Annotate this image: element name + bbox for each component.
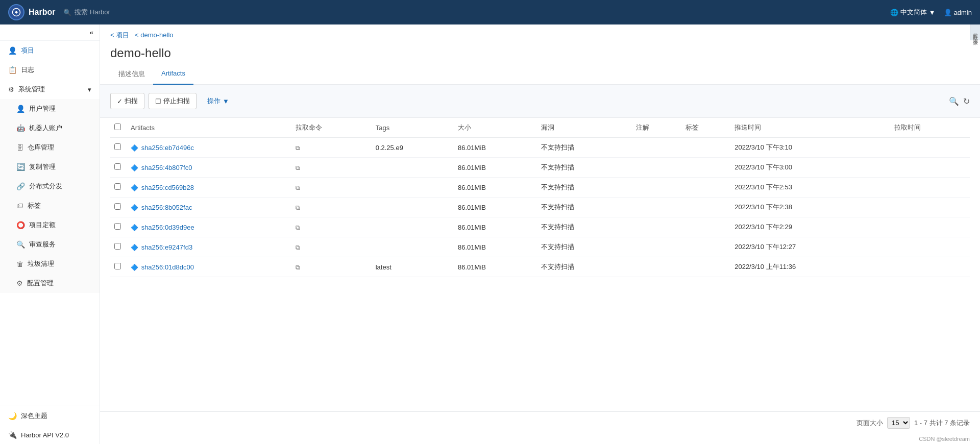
row-checkbox-cell[interactable] — [110, 237, 127, 257]
pull-cmd-cell[interactable]: ⧉ — [291, 178, 371, 198]
artifact-link[interactable]: sha256:8b052fac — [141, 204, 192, 211]
action-label: 操作 — [207, 96, 220, 106]
sidebar-tags-label: 标签 — [28, 201, 41, 210]
action-button[interactable]: 操作 ▼ — [201, 93, 236, 109]
api-version-label: Harbor API V2.0 — [21, 431, 69, 439]
row-checkbox[interactable] — [114, 243, 121, 250]
search-icon[interactable]: 🔍 — [949, 96, 959, 106]
sidebar-quota-label: 项目定额 — [29, 220, 56, 230]
row-checkbox-cell[interactable] — [110, 178, 127, 198]
artifact-link[interactable]: sha256:cd569b28 — [141, 184, 194, 191]
row-checkbox[interactable] — [114, 263, 121, 269]
sidebar-bottom: 🌙 深色主题 🔌 Harbor API V2.0 — [0, 406, 100, 444]
user-menu[interactable]: 👤 admin — [944, 9, 972, 16]
sidebar-item-distribution[interactable]: 🔗 分布式分发 — [0, 177, 100, 196]
th-select-all[interactable] — [110, 118, 127, 138]
artifact-link[interactable]: sha256:4b807fc0 — [141, 164, 192, 171]
sidebar: « 👤 项目 📋 日志 ⚙ 系统管理 ▾ 👤 用户管理 🤖 机器人账户 — [0, 24, 100, 444]
row-checkbox[interactable] — [114, 143, 121, 150]
row-checkbox[interactable] — [114, 223, 121, 230]
tab-description[interactable]: 描述信息 — [110, 64, 153, 85]
copy-icon[interactable]: ⧉ — [296, 164, 300, 171]
gc-icon: 🗑 — [16, 260, 23, 268]
labels-cell — [681, 198, 731, 217]
right-panel[interactable]: 拉 取 镜 像 — [970, 24, 980, 40]
username-label: admin — [954, 9, 972, 16]
search-bar[interactable]: 🔍 搜索 Harbor — [63, 8, 881, 17]
row-checkbox-cell[interactable] — [110, 158, 127, 178]
copy-icon[interactable]: ⧉ — [296, 244, 300, 251]
pull-cmd-cell[interactable]: ⧉ — [291, 237, 371, 257]
annotations-cell — [632, 237, 681, 257]
push-time-cell: 2022/3/10 下午3:00 — [730, 158, 890, 178]
pull-cmd-cell[interactable]: ⧉ — [291, 158, 371, 178]
page-size-select[interactable]: 15 25 50 — [887, 417, 910, 429]
size-cell: 86.01MiB — [454, 138, 537, 158]
tab-artifacts[interactable]: Artifacts — [153, 64, 193, 85]
pull-time-cell — [890, 198, 970, 217]
pull-cmd-cell[interactable]: ⧉ — [291, 257, 371, 277]
copy-icon[interactable]: ⧉ — [296, 184, 300, 191]
sidebar-item-repo-mgmt[interactable]: 🗄 仓库管理 — [0, 138, 100, 157]
sidebar-item-project-quota[interactable]: ⭕ 项目定额 — [0, 215, 100, 235]
sidebar-system-submenu: 👤 用户管理 🤖 机器人账户 🗄 仓库管理 🔄 复制管理 🔗 分布式分发 🏷 — [0, 99, 100, 293]
copy-icon[interactable]: ⧉ — [296, 224, 300, 231]
sidebar-api-version[interactable]: 🔌 Harbor API V2.0 — [0, 426, 100, 444]
size-cell: 86.01MiB — [454, 178, 537, 198]
stop-scan-button[interactable]: ☐ 停止扫描 — [149, 93, 197, 109]
sidebar-item-user-mgmt[interactable]: 👤 用户管理 — [0, 99, 100, 118]
artifact-link[interactable]: sha256:eb7d496c — [141, 144, 194, 152]
refresh-icon[interactable]: ↻ — [963, 96, 970, 106]
stop-scan-label: 停止扫描 — [163, 96, 190, 106]
sidebar-item-logs[interactable]: 📋 日志 — [0, 60, 100, 80]
copy-icon[interactable]: ⧉ — [296, 144, 300, 152]
sidebar-config-label: 配置管理 — [27, 279, 54, 288]
artifact-link[interactable]: sha256:0d39d9ee — [141, 224, 194, 231]
sidebar-item-gc[interactable]: 🗑 垃圾清理 — [0, 254, 100, 274]
pull-cmd-cell[interactable]: ⧉ — [291, 198, 371, 217]
sidebar-dark-theme[interactable]: 🌙 深色主题 — [0, 406, 100, 426]
content-area: < 项目 < demo-hello demo-hello 描述信息 Artifa… — [100, 24, 980, 444]
row-checkbox-cell[interactable] — [110, 198, 127, 217]
audit-icon: 🔍 — [16, 240, 25, 249]
annotations-cell — [632, 158, 681, 178]
sidebar-item-config[interactable]: ⚙ 配置管理 — [0, 274, 100, 293]
config-icon: ⚙ — [16, 279, 23, 287]
pull-time-cell — [890, 257, 970, 277]
sidebar-collapse-button[interactable]: « — [0, 24, 100, 41]
row-checkbox-cell[interactable] — [110, 138, 127, 158]
artifact-link[interactable]: sha256:01d8dc00 — [141, 263, 194, 271]
select-all-checkbox[interactable] — [114, 124, 121, 130]
scan-button[interactable]: ✓ 扫描 — [110, 93, 144, 109]
table-row: 🔷 sha256:eb7d496c ⧉ 0.2.25.e9 86.01MiB 不… — [110, 138, 970, 158]
sidebar-item-robot-accounts[interactable]: 🤖 机器人账户 — [0, 118, 100, 138]
breadcrumb-projects[interactable]: < 项目 — [110, 31, 129, 39]
system-icon: ⚙ — [8, 86, 14, 93]
row-checkbox-cell[interactable] — [110, 257, 127, 277]
language-switcher[interactable]: 🌐 中文简体 ▼ — [890, 8, 936, 17]
vulnerabilities-cell: 不支持扫描 — [537, 257, 632, 277]
row-checkbox[interactable] — [114, 163, 121, 170]
table-row: 🔷 sha256:4b807fc0 ⧉ 86.01MiB 不支持扫描 2022/… — [110, 158, 970, 178]
row-checkbox[interactable] — [114, 203, 121, 210]
pull-cmd-cell[interactable]: ⧉ — [291, 217, 371, 237]
labels-cell — [681, 158, 731, 178]
table-row: 🔷 sha256:e9247fd3 ⧉ 86.01MiB 不支持扫描 2022/… — [110, 237, 970, 257]
sidebar-item-audit[interactable]: 🔍 审查服务 — [0, 235, 100, 254]
labels-cell — [681, 217, 731, 237]
table-row: 🔷 sha256:8b052fac ⧉ 86.01MiB 不支持扫描 2022/… — [110, 198, 970, 217]
sidebar-item-projects[interactable]: 👤 项目 — [0, 41, 100, 60]
row-checkbox[interactable] — [114, 183, 121, 190]
pagination: 页面大小 15 25 50 1 - 7 共计 7 条记录 — [100, 411, 980, 434]
copy-icon[interactable]: ⧉ — [296, 264, 300, 271]
pull-cmd-cell[interactable]: ⧉ — [291, 138, 371, 158]
row-checkbox-cell[interactable] — [110, 217, 127, 237]
copy-icon[interactable]: ⧉ — [296, 204, 300, 211]
sidebar-item-replication[interactable]: 🔄 复制管理 — [0, 157, 100, 177]
artifact-link[interactable]: sha256:e9247fd3 — [141, 243, 192, 251]
sidebar-section-system[interactable]: ⚙ 系统管理 ▾ — [0, 80, 100, 99]
size-cell: 86.01MiB — [454, 217, 537, 237]
breadcrumb-repo[interactable]: < demo-hello — [135, 31, 174, 39]
sidebar-projects-label: 项目 — [21, 46, 34, 55]
sidebar-item-tags[interactable]: 🏷 标签 — [0, 196, 100, 215]
